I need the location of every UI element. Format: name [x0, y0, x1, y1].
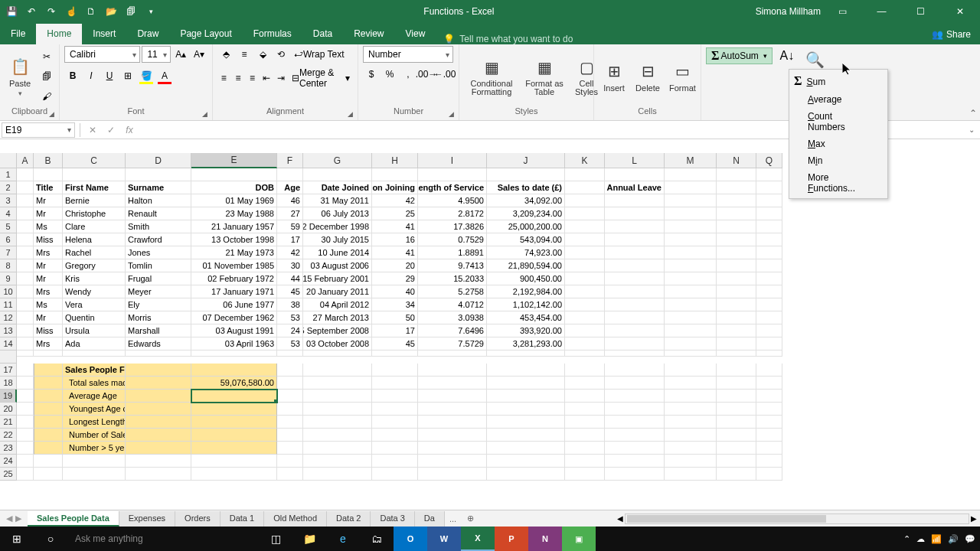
- cell[interactable]: [605, 298, 665, 311]
- conditional-formatting-button[interactable]: ▦Conditional Formatting: [464, 55, 519, 98]
- cell[interactable]: [565, 429, 605, 442]
- cell[interactable]: [756, 377, 782, 390]
- cell[interactable]: 1.8891: [418, 246, 487, 259]
- cell[interactable]: 12 December 1998: [303, 220, 372, 233]
- cell[interactable]: 59,076,580.00: [191, 377, 277, 390]
- cell[interactable]: [565, 337, 605, 350]
- row-header[interactable]: 4: [0, 207, 17, 220]
- quick-print-icon[interactable]: 🗐: [122, 3, 139, 20]
- decrease-font-icon[interactable]: A▾: [191, 46, 207, 63]
- row-header[interactable]: 13: [0, 324, 17, 337]
- cell[interactable]: [34, 455, 63, 468]
- paste-button[interactable]: 📋 Paste ▾: [5, 54, 35, 99]
- cell[interactable]: [665, 220, 717, 233]
- cell[interactable]: [17, 455, 34, 468]
- cell[interactable]: [34, 350, 63, 357]
- cell[interactable]: Mr: [34, 194, 63, 207]
- cell[interactable]: [717, 350, 756, 357]
- cell[interactable]: [277, 455, 303, 468]
- menu-item-max[interactable]: Max: [789, 135, 887, 152]
- wrap-text-button[interactable]: ⮐ Wrap Text: [291, 47, 348, 61]
- cell[interactable]: [191, 442, 277, 455]
- qat-customize-icon[interactable]: ▾: [142, 3, 159, 20]
- share-button[interactable]: 👥 Share: [923, 24, 980, 44]
- cell[interactable]: [717, 246, 756, 259]
- cell[interactable]: [605, 416, 665, 429]
- cell[interactable]: [418, 390, 487, 403]
- cell[interactable]: 1,102,142.00: [487, 298, 565, 311]
- cell[interactable]: [665, 194, 717, 207]
- scroll-left-icon[interactable]: ◀: [617, 514, 623, 523]
- cell[interactable]: 30: [277, 259, 303, 272]
- cell[interactable]: 543,094.00: [487, 233, 565, 246]
- cell[interactable]: [126, 468, 191, 481]
- cell[interactable]: [487, 364, 565, 377]
- cell[interactable]: [17, 311, 34, 324]
- sheet-tab[interactable]: Expenses: [119, 511, 175, 527]
- cell[interactable]: 5.2758: [418, 285, 487, 298]
- cell[interactable]: [17, 468, 34, 481]
- cell[interactable]: [17, 220, 34, 233]
- cell[interactable]: [565, 416, 605, 429]
- cell[interactable]: Tomlin: [126, 259, 191, 272]
- cell[interactable]: Wendy: [63, 285, 126, 298]
- cell[interactable]: [605, 455, 665, 468]
- cell[interactable]: [372, 442, 418, 455]
- cell[interactable]: [372, 403, 418, 416]
- cell[interactable]: 34: [372, 298, 418, 311]
- cell[interactable]: [126, 429, 191, 442]
- cell[interactable]: [717, 403, 756, 416]
- cell[interactable]: [487, 377, 565, 390]
- cut-icon[interactable]: ✂: [38, 48, 55, 65]
- cell[interactable]: [717, 455, 756, 468]
- cell[interactable]: Mr: [34, 311, 63, 324]
- cell[interactable]: 393,920.00: [487, 324, 565, 337]
- cell[interactable]: 38: [277, 298, 303, 311]
- cell[interactable]: [665, 390, 717, 403]
- format-painter-icon[interactable]: 🖌: [38, 88, 55, 105]
- collapse-ribbon-icon[interactable]: ⌃: [969, 108, 977, 119]
- cell[interactable]: [717, 468, 756, 481]
- cell[interactable]: 21,890,594.00: [487, 259, 565, 272]
- cell[interactable]: [605, 377, 665, 390]
- cell[interactable]: [126, 168, 191, 181]
- menu-item-average[interactable]: Average: [789, 91, 887, 108]
- increase-indent-icon[interactable]: ⇥: [274, 70, 287, 86]
- cell[interactable]: [418, 377, 487, 390]
- cell[interactable]: 17.3826: [418, 220, 487, 233]
- cell[interactable]: 50: [372, 311, 418, 324]
- cell[interactable]: [277, 429, 303, 442]
- row-header[interactable]: 7: [0, 246, 17, 259]
- align-left-icon[interactable]: ≡: [217, 70, 230, 86]
- cell[interactable]: 10 June 2014: [303, 246, 372, 259]
- row-header[interactable]: 10: [0, 285, 17, 298]
- onedrive-icon[interactable]: ☁: [916, 534, 925, 544]
- cell[interactable]: [756, 285, 782, 298]
- cell[interactable]: [565, 246, 605, 259]
- cell[interactable]: Edwards: [126, 337, 191, 350]
- maximize-button[interactable]: ☐: [903, 0, 938, 23]
- cell[interactable]: Ely: [126, 298, 191, 311]
- decrease-indent-icon[interactable]: ⇤: [260, 70, 273, 86]
- increase-decimal-icon[interactable]: .00→: [418, 66, 435, 83]
- cell[interactable]: [665, 298, 717, 311]
- cell[interactable]: [665, 429, 717, 442]
- cell[interactable]: [372, 168, 418, 181]
- cell[interactable]: [372, 390, 418, 403]
- start-button[interactable]: ⊞: [0, 527, 34, 551]
- cell[interactable]: Age: [277, 181, 303, 194]
- sheet-nav-next-icon[interactable]: ▶: [15, 514, 21, 523]
- cell[interactable]: Total sales made to date: [63, 377, 126, 390]
- cell[interactable]: [17, 194, 34, 207]
- cell[interactable]: Mr: [34, 259, 63, 272]
- cell[interactable]: [303, 455, 372, 468]
- cell[interactable]: [756, 246, 782, 259]
- cell[interactable]: Ursula: [63, 324, 126, 337]
- cell[interactable]: [126, 364, 191, 377]
- cell[interactable]: [191, 390, 277, 403]
- cell[interactable]: [605, 311, 665, 324]
- cell[interactable]: 900,450.00: [487, 272, 565, 285]
- cell[interactable]: [605, 324, 665, 337]
- cell[interactable]: [665, 403, 717, 416]
- dialog-launcher-icon[interactable]: ◢: [202, 110, 207, 118]
